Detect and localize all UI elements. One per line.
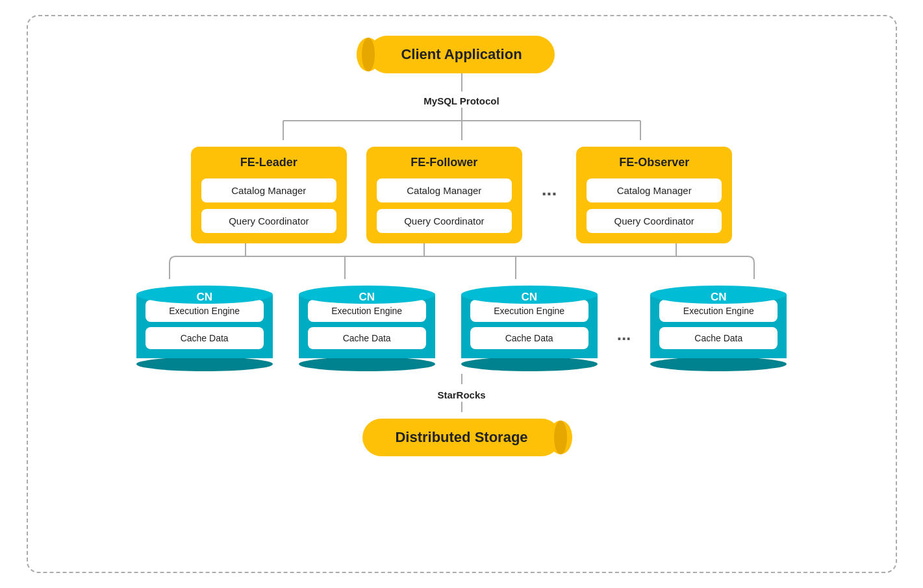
cn-4-bottom bbox=[650, 357, 787, 371]
vline-starrocks-storage bbox=[461, 402, 462, 412]
fe-leader-node: FE-Leader Catalog Manager Query Coordina… bbox=[191, 147, 347, 243]
fe-follower-query: Query Coordinator bbox=[377, 209, 512, 233]
cn-4-body: Execution Engine Cache Data bbox=[650, 295, 787, 358]
cn-1-body: Execution Engine Cache Data bbox=[136, 295, 273, 358]
cn-4-cache: Cache Data bbox=[659, 327, 778, 349]
svg-point-16 bbox=[554, 421, 567, 454]
cn-2-body: Execution Engine Cache Data bbox=[299, 295, 435, 358]
cn-2-cylinder: CN Execution Engine Cache Data bbox=[292, 286, 442, 371]
cn-node-1: CN Execution Engine Cache Data bbox=[130, 286, 279, 371]
svg-point-1 bbox=[362, 38, 375, 71]
vline-client-mysql bbox=[461, 73, 462, 92]
cn-3-bottom bbox=[461, 357, 598, 371]
storage-right-cap bbox=[549, 421, 572, 454]
cn-1-cylinder: CN Execution Engine Cache Data bbox=[130, 286, 279, 371]
fe-follower-node: FE-Follower Catalog Manager Query Coordi… bbox=[366, 147, 522, 243]
fe-bracket-svg bbox=[196, 108, 728, 140]
cn-2-bottom bbox=[299, 357, 435, 371]
cn-2-title: CN bbox=[299, 289, 435, 304]
cn-4-top: CN bbox=[650, 286, 787, 304]
cn-3-cache: Cache Data bbox=[470, 327, 588, 349]
cn-dots: ... bbox=[617, 286, 631, 345]
cn-node-3: CN Execution Engine Cache Data bbox=[455, 286, 604, 371]
fe-leader-catalog: Catalog Manager bbox=[201, 178, 336, 202]
client-label: Client Application bbox=[401, 46, 522, 63]
cn-3-cylinder: CN Execution Engine Cache Data bbox=[455, 286, 604, 371]
cn-node-2: CN Execution Engine Cache Data bbox=[292, 286, 442, 371]
client-left-cap bbox=[357, 38, 380, 71]
mysql-protocol-label: MySQL Protocol bbox=[424, 95, 499, 106]
cn-3-body: Execution Engine Cache Data bbox=[461, 295, 598, 358]
cn-3-top: CN bbox=[461, 286, 598, 304]
cn-1-bottom bbox=[136, 357, 273, 371]
cn-2-cache: Cache Data bbox=[308, 327, 426, 349]
fe-bracket-area bbox=[196, 108, 728, 140]
fe-observer-catalog: Catalog Manager bbox=[587, 178, 722, 202]
cn-4-title: CN bbox=[650, 289, 787, 304]
fe-observer-title: FE-Observer bbox=[619, 156, 689, 169]
cn-node-4: CN Execution Engine Cache Data bbox=[644, 286, 793, 371]
starrocks-label: StarRocks bbox=[437, 389, 485, 400]
fe-follower-title: FE-Follower bbox=[411, 156, 477, 169]
cn-row: CN Execution Engine Cache Data CN E bbox=[130, 286, 794, 371]
cn-bracket-svg bbox=[105, 243, 819, 279]
distributed-storage-node: Distributed Storage bbox=[362, 419, 560, 456]
vline-cn-starrocks bbox=[461, 374, 462, 384]
cn-1-title: CN bbox=[136, 289, 273, 304]
diagram-container: Client Application MySQL Protocol bbox=[27, 15, 897, 573]
cn-1-top: CN bbox=[136, 286, 273, 304]
fe-observer-query: Query Coordinator bbox=[587, 209, 722, 233]
fe-observer-node: FE-Observer Catalog Manager Query Coordi… bbox=[576, 147, 732, 243]
fe-leader-title: FE-Leader bbox=[240, 156, 297, 169]
cn-3-title: CN bbox=[461, 289, 598, 304]
cn-2-top: CN bbox=[299, 286, 435, 304]
distributed-storage-label: Distributed Storage bbox=[395, 429, 527, 446]
fe-leader-query: Query Coordinator bbox=[201, 209, 336, 233]
cn-bracket-area bbox=[105, 243, 819, 279]
fe-row: FE-Leader Catalog Manager Query Coordina… bbox=[191, 147, 732, 243]
cn-4-cylinder: CN Execution Engine Cache Data bbox=[644, 286, 793, 371]
client-application-node: Client Application bbox=[368, 36, 554, 73]
fe-follower-catalog: Catalog Manager bbox=[377, 178, 512, 202]
fe-dots: ... bbox=[542, 147, 557, 200]
cn-1-cache: Cache Data bbox=[145, 327, 264, 349]
